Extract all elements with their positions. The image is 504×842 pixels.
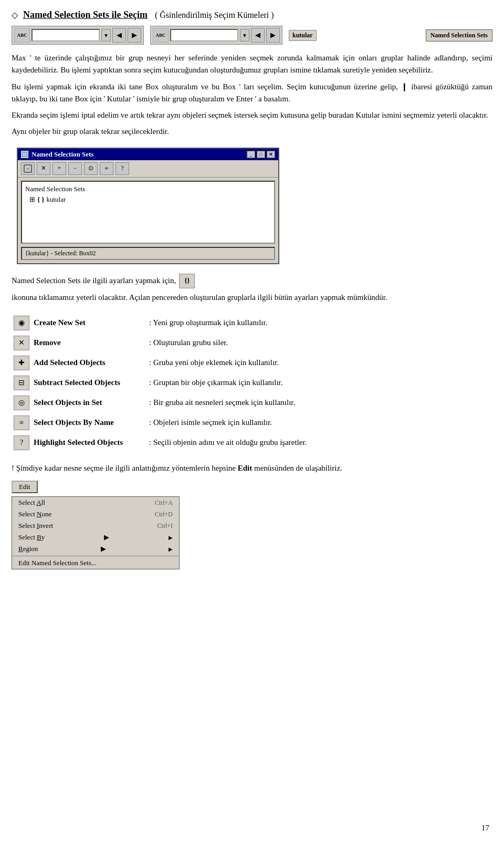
icon-box-2: ✚ — [14, 356, 29, 370]
menu-item-select-all[interactable]: Select All Ctrl+A — [12, 497, 179, 508]
para-3: Ekranda seçim işlemi iptal edelim ve art… — [12, 109, 492, 121]
toolbar-group-1: ABC ▼ ◀ ▶ — [12, 26, 144, 45]
nss-inner-toolbar: + ✕ + − ⊙ ≡ ? — [18, 160, 278, 178]
edit-menu-button[interactable]: Edit — [12, 481, 38, 493]
p5-suffix: ikonuna tıklamamız yeterli olacaktır. Aç… — [12, 292, 387, 304]
menu-divider — [12, 556, 179, 556]
nss-minimize-btn[interactable]: _ — [247, 151, 255, 158]
abc-icon-2[interactable]: ABC — [153, 28, 169, 43]
icon-label-6: Highlight Selected Objects — [32, 433, 147, 453]
menu-item-region[interactable]: Region ▶ — [12, 543, 179, 555]
nss-maximize-btn[interactable]: □ — [257, 151, 265, 158]
nss-tool-select[interactable]: ⊙ — [84, 162, 98, 175]
p5-prefix: Named Selection Sets ile ilgili ayarları… — [12, 275, 176, 287]
nss-tool-add[interactable]: + — [52, 162, 66, 175]
select-by-arrow: ▶ — [104, 533, 109, 542]
menu-key-select-invert: Ctrl+I — [158, 522, 173, 530]
nav-prev-2[interactable]: ◀ — [251, 28, 265, 43]
nss-item-label: kutular — [47, 195, 66, 204]
nss-expand-icon: ⊞ — [29, 195, 35, 204]
icon-cell-1: ✕ — [12, 333, 32, 353]
nss-titlebar-buttons: _ □ ✕ — [247, 151, 275, 158]
selection-dropdown-1[interactable] — [32, 29, 100, 41]
nav-prev-1[interactable]: ◀ — [112, 28, 126, 43]
icon-row-0: ◉Create New Set: Yeni grup oluşturmak iç… — [12, 313, 492, 333]
icon-desc-4: : Bir gruba ait nesneleri seçmek için ku… — [147, 393, 492, 413]
icon-label-3: Subtract Selected Objects — [32, 373, 147, 393]
nav-next-1[interactable]: ▶ — [128, 28, 141, 43]
nss-window-icon: {} — [21, 151, 28, 158]
menu-item-edit-named[interactable]: Edit Named Selection Sets... — [12, 557, 179, 569]
title-row: ◇ Named Selection Sets ile Seçim ( Ğsinl… — [12, 9, 492, 20]
nss-window-title: Named Selection Sets — [32, 150, 93, 159]
nss-status-bar: {kutular} - Selected: Box02 — [21, 247, 275, 260]
menu-key-select-none: Ctrl+D — [155, 511, 173, 518]
icon-box-0: ◉ — [14, 316, 29, 330]
icon-table: ◉Create New Set: Yeni grup oluşturmak iç… — [12, 313, 492, 453]
edit-dropdown-menu: Select All Ctrl+A Select None Ctrl+D Sel… — [12, 496, 180, 569]
p5-row: Named Selection Sets ile ilgili ayarları… — [12, 274, 492, 304]
nss-window: {} Named Selection Sets _ □ ✕ + ✕ + − ⊙ … — [17, 148, 279, 264]
icon-desc-3: : Gruptan bir obje çıkarmak için kullanı… — [147, 373, 492, 393]
nss-tool-highlight[interactable]: ? — [116, 162, 129, 175]
icon-label-5: Select Objects By Name — [32, 413, 147, 433]
icon-desc-5: : Objeleri isimle seçmek için kullanılır… — [147, 413, 492, 433]
selection-dropdown-2[interactable] — [170, 29, 238, 41]
para-1: Max ' te üzerinde çalıştığımız bir grup … — [12, 52, 492, 77]
nss-tool-byname[interactable]: ≡ — [100, 162, 113, 175]
footer-suffix: menüsünden de ulaşabiliriz. — [252, 464, 342, 472]
abc-label-1: ABC — [17, 33, 27, 38]
nss-tool-subtract[interactable]: − — [68, 162, 82, 175]
icon-box-5: ≡ — [14, 415, 29, 430]
menu-item-select-by[interactable]: Select By ▶ — [12, 532, 179, 543]
abc-icon-1[interactable]: ABC — [14, 28, 30, 43]
kutular-label: kutular — [289, 30, 317, 41]
named-sel-sets-button[interactable]: Named Selection Sets — [426, 29, 492, 41]
icon-label-2: Add Selected Objects — [32, 353, 147, 373]
icon-row-1: ✕Remove: Oluşturulan grubu siler. — [12, 333, 492, 353]
icon-label-4: Select Objects in Set — [32, 393, 147, 413]
icon-row-5: ≡Select Objects By Name: Objeleri isimle… — [12, 413, 492, 433]
menu-label-select-by: Select By — [18, 533, 45, 542]
nss-close-btn[interactable]: ✕ — [267, 151, 275, 158]
menu-item-select-invert[interactable]: Select Invert Ctrl+I — [12, 520, 179, 532]
icon-row-4: ◎Select Objects in Set: Bir gruba ait ne… — [12, 393, 492, 413]
icon-label-0: Create New Set — [32, 313, 147, 333]
icon-row-3: ⊟Subtract Selected Objects: Gruptan bir … — [12, 373, 492, 393]
title-diamond: ◇ — [12, 10, 18, 20]
edit-menu-area: Edit Select All Ctrl+A Select None Ctrl+… — [12, 481, 492, 569]
menu-item-select-none[interactable]: Select None Ctrl+D — [12, 508, 179, 520]
p5-icon-box: {} — [179, 274, 195, 288]
nss-tool-new[interactable]: + — [21, 162, 35, 175]
icon-desc-1: : Oluşturulan grubu siler. — [147, 333, 492, 353]
icon-cell-6: ? — [12, 433, 32, 453]
menu-label-region: Region — [18, 545, 38, 553]
nss-content-item[interactable]: ⊞ { } kutular — [29, 195, 271, 204]
icon-desc-2: : Gruba yeni obje eklemek için kullanılı… — [147, 353, 492, 373]
menu-label-select-invert: Select Invert — [18, 522, 53, 530]
icon-row-6: ?Highlight Selected Objects: Seçili obje… — [12, 433, 492, 453]
footer-note: ! Şimdiye kadar nesne seçme ile ilgili a… — [12, 462, 492, 474]
icon-box-4: ◎ — [14, 396, 29, 410]
dropdown-arrow-2[interactable]: ▼ — [240, 29, 249, 41]
abc-label-2: ABC — [155, 33, 165, 38]
menu-label-edit-named: Edit Named Selection Sets... — [18, 559, 97, 567]
icon-desc-0: : Yeni grup oluşturmak için kullanılır. — [147, 313, 492, 333]
icon-row-2: ✚Add Selected Objects: Gruba yeni obje e… — [12, 353, 492, 373]
region-arrow: ▶ — [101, 545, 106, 553]
icon-box-1: ✕ — [14, 336, 29, 350]
svg-text:+: + — [26, 165, 29, 172]
icon-cell-4: ◎ — [12, 393, 32, 413]
dropdown-arrow-1[interactable]: ▼ — [101, 29, 111, 41]
nss-titlebar: {} Named Selection Sets _ □ ✕ — [18, 149, 278, 160]
icon-cell-0: ◉ — [12, 313, 32, 333]
icon-cell-5: ≡ — [12, 413, 32, 433]
footer-text: ! Şimdiye kadar nesne seçme ile ilgili a… — [12, 462, 492, 474]
nav-next-2[interactable]: ▶ — [266, 28, 280, 43]
menu-key-select-all: Ctrl+A — [155, 499, 173, 507]
footer-exclaim: ! Şimdiye kadar nesne seçme ile ilgili a… — [12, 464, 238, 472]
nss-content-title: Named Selection Sets — [25, 185, 271, 193]
nss-window-icon-braces: {} — [23, 152, 26, 157]
nss-tool-remove[interactable]: ✕ — [37, 162, 50, 175]
icon-desc-6: : Seçili objenin adını ve ait olduğu gru… — [147, 433, 492, 453]
